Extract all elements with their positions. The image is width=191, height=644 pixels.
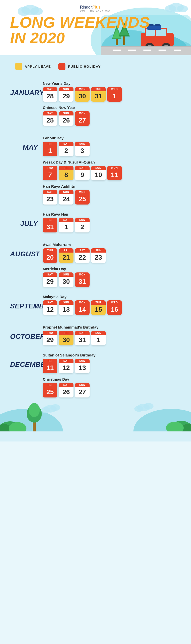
day-card-header: MON <box>75 300 90 305</box>
month-section-october: OctoberProphet Muhammad's BirthdayTHU29F… <box>0 321 191 349</box>
day-card: FRI21 <box>59 248 73 263</box>
day-card-number: 12 <box>43 305 57 315</box>
day-card-header: SAT <box>43 111 57 115</box>
day-card-number: 24 <box>59 194 73 205</box>
day-card-header: FRI <box>43 218 57 222</box>
day-card-header: TUE <box>91 300 106 305</box>
month-label-september: September <box>10 295 38 310</box>
bottom-svg <box>0 401 191 431</box>
day-card-header: SUN <box>75 383 90 387</box>
day-card-header: SAT <box>75 331 90 335</box>
day-card: FRI8 <box>59 166 73 180</box>
bottom-decoration <box>0 401 191 431</box>
day-card-header: MON <box>75 111 90 115</box>
day-card-header: FRI <box>59 166 73 170</box>
day-card-number: 1 <box>91 335 106 345</box>
day-card-number: 2 <box>75 222 90 232</box>
day-card: SUN30 <box>59 272 73 287</box>
day-card-header: THU <box>43 248 57 253</box>
day-card-header: SAT <box>59 142 73 146</box>
day-card-number: 23 <box>91 253 106 263</box>
day-card-number: 11 <box>43 363 57 373</box>
day-card-number: 29 <box>43 335 57 345</box>
day-card: SUN23 <box>91 248 106 263</box>
day-card-number: 27 <box>75 387 90 397</box>
day-card-header: SUN <box>59 190 73 194</box>
day-card: THU20 <box>43 248 57 263</box>
day-card-number: 12 <box>59 363 73 373</box>
day-card-header: WED <box>107 87 122 91</box>
day-row: THU7FRI8SAT9SUN10MON11 <box>43 166 181 180</box>
month-label-december: December <box>10 353 38 369</box>
event-group: Christmas DayFRI25SAT26SUN27 <box>43 377 181 397</box>
day-card-number: 30 <box>75 91 90 102</box>
day-card-number: 26 <box>59 387 73 397</box>
day-card-header: SAT <box>43 300 57 305</box>
day-card-header: SAT <box>59 218 73 222</box>
day-card-number: 1 <box>43 146 57 156</box>
event-group: Awal MuharramTHU20FRI21SAT22SUN23 <box>43 243 181 263</box>
day-card: SAT31 <box>75 331 90 345</box>
day-card-header: SUN <box>91 331 106 335</box>
legend: Apply Leave Public Holiday <box>0 60 191 77</box>
day-row: SAT12SUN13MON14TUE15Wed16 <box>43 300 181 315</box>
day-card: SUN24 <box>59 190 73 205</box>
day-card: SAT12 <box>43 300 57 315</box>
day-card-number: 31 <box>91 91 106 102</box>
legend-public-holiday-label: Public Holiday <box>68 65 101 68</box>
event-group: Malaysia DaySAT12SUN13MON14TUE15Wed16 <box>43 295 181 315</box>
day-card-header: FRI <box>43 359 57 363</box>
event-group: Merdeka DaySAT29SUN30MON31 <box>43 267 181 287</box>
day-card: SUN13 <box>75 359 90 373</box>
day-card-number: 30 <box>59 277 73 287</box>
day-card: SAT25 <box>43 111 57 126</box>
event-name: Hari Raya Aidilfitri <box>43 184 181 188</box>
day-card: FRI25 <box>43 383 57 397</box>
header-section: RinggitPlus DUIT THE EASY WAY Long Weeke… <box>0 0 191 55</box>
day-card-header: SUN <box>59 87 73 91</box>
day-card-number: 13 <box>59 305 73 315</box>
day-row: SAT23SUN24MON25 <box>43 190 181 205</box>
logo-tagline: DUIT THE EASY WAY <box>80 10 111 12</box>
day-card: SAT22 <box>75 248 90 263</box>
svg-point-48 <box>50 404 60 411</box>
day-card-number: 10 <box>91 170 106 180</box>
day-card-number: 1 <box>59 222 73 232</box>
day-card: WED1 <box>107 87 122 102</box>
day-card-header: TUE <box>91 87 106 91</box>
day-card-header: SUN <box>91 166 106 170</box>
event-group: Prophet Muhammad's BirthdayTHU29FRI30SAT… <box>43 325 181 345</box>
day-card: MON31 <box>75 272 90 287</box>
event-name: New Year's Day <box>43 81 181 86</box>
day-card-number: 31 <box>75 335 90 345</box>
day-row: FRI25SAT26SUN27 <box>43 383 181 397</box>
event-group: Wesak Day & Nuzul Al-QuranTHU7FRI8SAT9SU… <box>43 160 181 180</box>
event-name: Christmas Day <box>43 377 181 381</box>
day-card: TUE15 <box>91 300 106 315</box>
day-card-header: FRI <box>59 248 73 253</box>
day-card-number: 2 <box>59 146 73 156</box>
event-name: Merdeka Day <box>43 267 181 271</box>
day-row: SAT25SUN26MON27 <box>43 111 181 126</box>
day-card-header: SUN <box>59 272 73 277</box>
legend-apply-leave-label: Apply Leave <box>25 65 51 68</box>
day-card-number: 16 <box>107 305 122 315</box>
logo-ringgit: Ringgit <box>80 5 93 9</box>
logo: RinggitPlus DUIT THE EASY WAY <box>10 5 181 12</box>
day-card: THU7 <box>43 166 57 180</box>
event-name: Labour Day <box>43 136 181 140</box>
day-card: SUN26 <box>59 111 73 126</box>
day-card-header: THU <box>43 331 57 335</box>
day-card-number: 13 <box>75 363 90 373</box>
day-row: SAT29SUN30MON31 <box>43 272 181 287</box>
event-name: Wesak Day & Nuzul Al-Quran <box>43 160 181 164</box>
day-card-number: 14 <box>75 305 90 315</box>
day-card-header: SAT <box>43 272 57 277</box>
event-group: Labour DayFRI1SAT2SUN3 <box>43 136 181 156</box>
day-card-number: 3 <box>75 146 90 156</box>
day-card: MON27 <box>75 111 90 126</box>
day-card: FRI11 <box>43 359 57 373</box>
day-card-number: 27 <box>75 115 90 126</box>
day-card-number: 30 <box>59 335 73 345</box>
event-name: Awal Muharram <box>43 243 181 247</box>
